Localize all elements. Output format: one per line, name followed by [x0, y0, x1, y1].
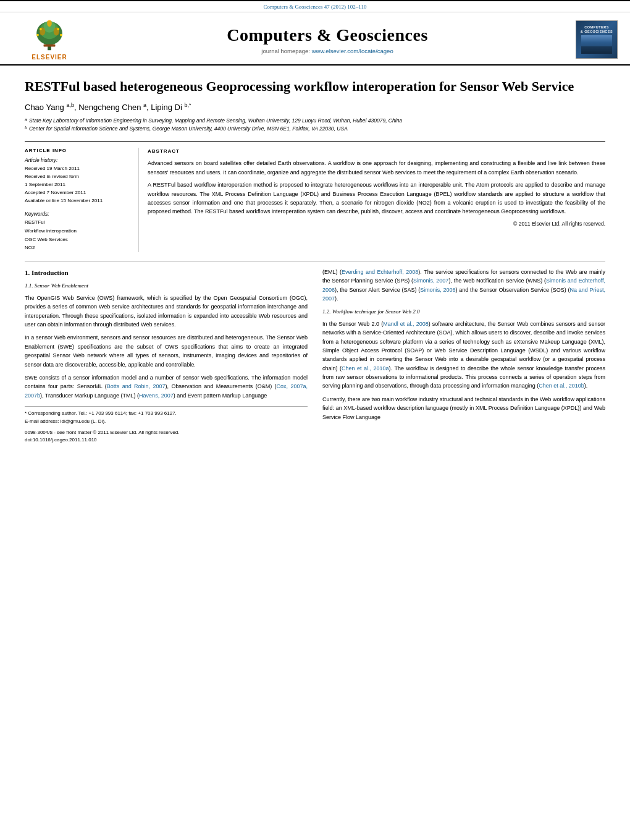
- article-dates: Received 19 March 2011 Received in revis…: [25, 165, 130, 205]
- ref-na[interactable]: Na and Priest, 2007: [322, 287, 605, 302]
- svg-point-11: [60, 34, 62, 36]
- keyword-no2: NO2: [25, 244, 130, 252]
- keywords-list: RESTFul Workflow interoperation OGC Web …: [25, 218, 130, 252]
- keywords-label: Keywords:: [25, 211, 130, 217]
- abstract-column: ABSTRACT Advanced sensors on board satel…: [139, 148, 605, 252]
- cover-artwork: [581, 35, 612, 54]
- section1-heading: 1. Introduction: [25, 268, 308, 279]
- journal-cover-area: COMPUTERS& GEOSCIENCES: [568, 20, 618, 59]
- body-para-3: SWE consists of a sensor information mod…: [25, 373, 308, 400]
- abstract-copyright: © 2011 Elsevier Ltd. All rights reserved…: [148, 220, 605, 229]
- elsevier-text: ELSEVIER: [32, 54, 67, 61]
- keyword-restful: RESTFul: [25, 218, 130, 227]
- doi-text: doi:10.1016/j.cageo.2011.11.010: [25, 436, 308, 444]
- received-revised-date: 1 September 2011: [25, 181, 130, 189]
- homepage-link[interactable]: www.elsevier.com/locate/cageo: [312, 48, 393, 54]
- body-para-2: In a sensor Web environment, sensors and…: [25, 333, 308, 369]
- available-online: Available online 15 November 2011: [25, 197, 130, 205]
- subsection2-heading: 1.2. Workflow technique for Sensor Web 2…: [322, 307, 605, 316]
- abstract-text: Advanced sensors on board satellites off…: [148, 159, 605, 228]
- footnote-email: E-mail address: ldi@gmu.edu (L. Di).: [25, 418, 308, 426]
- homepage-label: journal homepage:: [261, 48, 310, 54]
- body-left-col: 1. Introduction 1.1. Sensor Web Enableme…: [25, 268, 308, 444]
- info-abstract-section: ARTICLE INFO Article history: Received 1…: [25, 141, 605, 252]
- keyword-workflow: Workflow interoperation: [25, 227, 130, 235]
- abstract-heading: ABSTRACT: [148, 148, 605, 155]
- authors-line: Chao Yang a,b, Nengcheng Chen a, Liping …: [25, 102, 605, 112]
- subsection1-heading: 1.1. Sensor Web Enablement: [25, 281, 308, 290]
- top-citation-bar: Computers & Geosciences 47 (2012) 102–11…: [0, 0, 630, 12]
- right-para-1: (EML) (Everding and Echterhoff, 2008). T…: [322, 268, 605, 303]
- article-title: RESTFul based heterogeneous Geoprocessin…: [25, 78, 605, 96]
- article-content: RESTFul based heterogeneous Geoprocessin…: [0, 66, 630, 451]
- affiliations: a State Key Laboratory of Information En…: [25, 117, 605, 133]
- ref-chen2010b[interactable]: Chen et al., 2010b: [539, 383, 584, 389]
- article-info-heading: ARTICLE INFO: [25, 148, 130, 153]
- elsevier-tree-icon: [31, 19, 68, 53]
- ref-mandl[interactable]: Mandl et al., 2008: [383, 321, 429, 327]
- svg-point-6: [47, 20, 52, 27]
- article-info-column: ARTICLE INFO Article history: Received 1…: [25, 148, 139, 252]
- keyword-ogc: OGC Web Services: [25, 235, 130, 244]
- footnote-section: * Corresponding author. Tel.: +1 703 993…: [25, 406, 308, 426]
- ref-simonis3[interactable]: Simonis, 2006: [420, 287, 455, 293]
- svg-point-9: [57, 28, 59, 30]
- ref-havens[interactable]: Havens, 2007: [139, 392, 174, 399]
- elsevier-logo-area: ELSEVIER: [12, 19, 86, 61]
- journal-title-area: Computers & Geosciences journal homepage…: [86, 25, 568, 54]
- journal-cover-image: COMPUTERS& GEOSCIENCES: [576, 20, 618, 59]
- copyright-text: 0098-3004/$ - see front matter © 2011 El…: [25, 429, 308, 437]
- accepted-date: Accepted 7 November 2011: [25, 189, 130, 197]
- svg-point-10: [36, 34, 39, 36]
- right-para-3: Currently, there are two main workflow i…: [322, 395, 605, 422]
- body-two-col: 1. Introduction 1.1. Sensor Web Enableme…: [25, 268, 605, 444]
- abstract-para-1: Advanced sensors on board satellites off…: [148, 159, 605, 177]
- received-date: Received 19 March 2011: [25, 165, 130, 173]
- cover-title: COMPUTERS& GEOSCIENCES: [581, 25, 613, 33]
- ref-botts[interactable]: Botts and Robin, 2007: [107, 383, 166, 389]
- copyright-bottom: 0098-3004/$ - see front matter © 2011 El…: [25, 429, 308, 445]
- page: Computers & Geosciences 47 (2012) 102–11…: [0, 0, 630, 451]
- footnote-star: * Corresponding author. Tel.: +1 703 993…: [25, 410, 308, 418]
- right-para-2: In the Sensor Web 2.0 (Mandl et al., 200…: [322, 320, 605, 391]
- body-para-1: The OpenGIS Web Service (OWS) framework,…: [25, 294, 308, 329]
- svg-point-8: [40, 28, 42, 30]
- svg-rect-7: [44, 45, 56, 47]
- ref-simonis1[interactable]: Simonis, 2007: [413, 278, 448, 284]
- received-revised-label: Received in revised form: [25, 173, 130, 181]
- ref-everding[interactable]: Everding and Echterhoff, 2008: [342, 269, 418, 275]
- citation-text: Computers & Geosciences 47 (2012) 102–11…: [264, 4, 367, 10]
- journal-homepage: journal homepage: www.elsevier.com/locat…: [86, 48, 568, 54]
- journal-title: Computers & Geosciences: [86, 25, 568, 45]
- ref-chen2010a[interactable]: Chen et al., 2010a: [342, 365, 389, 371]
- history-label: Article history:: [25, 157, 130, 163]
- affiliation-b: b Center for Spatial Information Science…: [25, 125, 605, 133]
- elsevier-logo: ELSEVIER: [12, 19, 86, 61]
- ref-simonis2[interactable]: Simonis and Echterhoff, 2006: [322, 278, 605, 292]
- abstract-para-2: A RESTFul based workflow interoperation …: [148, 180, 605, 216]
- body-section: 1. Introduction 1.1. Sensor Web Enableme…: [25, 261, 605, 444]
- body-right-col: (EML) (Everding and Echterhoff, 2008). T…: [322, 268, 605, 444]
- affiliation-a: a State Key Laboratory of Information En…: [25, 117, 605, 125]
- journal-header: ELSEVIER Computers & Geosciences journal…: [0, 12, 630, 66]
